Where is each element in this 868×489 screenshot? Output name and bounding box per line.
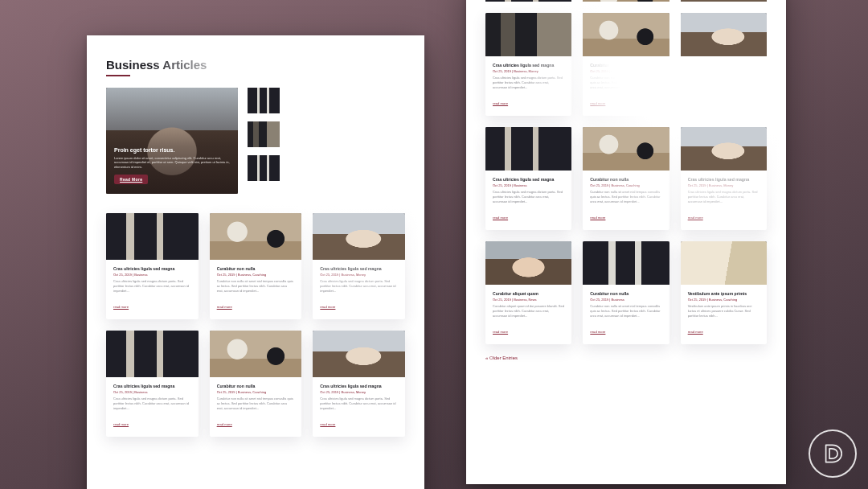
- card-excerpt: Curabitur non nulla sit amet nisl tempus…: [217, 397, 295, 411]
- read-more-link[interactable]: read more: [217, 305, 232, 309]
- card-meta: Oct 25, 2019 | Business, Coaching: [217, 390, 295, 394]
- card-meta: Oct 25, 2019 | Business, News: [493, 298, 564, 302]
- card-image: [485, 13, 571, 56]
- article-card[interactable]: Cras ultricies ligula sed magnaOct 25, 2…: [485, 127, 571, 230]
- top-cropped-row: [485, 0, 767, 2]
- card-body: Cras ultricies ligula sed magnaOct 25, 2…: [106, 260, 199, 319]
- side-meta-line: Oct 25, 2019 | Business, News: [286, 128, 405, 132]
- side-title: Cras ultricies ligula sed magna: [286, 155, 405, 160]
- read-more-link[interactable]: read more: [493, 216, 508, 220]
- read-more-link[interactable]: read more: [590, 101, 605, 105]
- page-title: Business Articles: [106, 58, 405, 72]
- article-card[interactable]: Curabitur non nullaOct 25, 2019 | Busine…: [583, 13, 669, 116]
- card-body: Cras ultricies ligula sed magnaOct 25, 2…: [313, 260, 405, 319]
- card-title: Curabitur non nulla: [590, 291, 661, 296]
- article-card[interactable]: Curabitur non nullaOct 25, 2019 | Busine…: [583, 127, 669, 230]
- card-meta: Oct 25, 2019 | Business, Coaching: [217, 273, 295, 277]
- card-excerpt: Cras ultricies ligula sed magna dictum p…: [320, 279, 398, 294]
- hero-description: Lorem ipsum dolor sit amet, consectetur …: [114, 156, 230, 170]
- side-thumb: [248, 155, 280, 181]
- title-underline: [106, 75, 130, 76]
- card-meta: Oct 25, 2019 | Business, Money: [320, 390, 398, 394]
- card-body: Cras ultricies ligula sed magnaOct 25, 2…: [485, 56, 571, 116]
- side-excerpt: Cras ultricies ligula sed magna dictum p…: [286, 100, 405, 109]
- card-excerpt: Cras ultricies ligula sed magna dictum p…: [113, 397, 191, 411]
- side-list-item[interactable]: Curabitur aliquet quamOct 25, 2019 | Bus…: [248, 121, 405, 147]
- card-image: [681, 127, 767, 171]
- card-title: Cras ultricies ligula sed magna: [320, 384, 398, 388]
- article-card[interactable]: Cras ultricies ligula sed magnaOct 25, 2…: [106, 331, 199, 437]
- side-meta-line: Oct 25, 2019 | Business, Money: [286, 162, 405, 166]
- article-card[interactable]: Curabitur non nullaOct 25, 2019 | Busine…: [583, 241, 669, 344]
- hero-overlay: Proin eget tortor risus. Lorem ipsum dol…: [106, 88, 238, 194]
- card-excerpt: Cras ultricies ligula sed magna dictum p…: [493, 190, 564, 204]
- side-title: Curabitur aliquet quam: [286, 121, 405, 126]
- card-excerpt: Curabitur non nulla sit amet nisl tempus…: [590, 304, 661, 318]
- article-card[interactable]: Cras ultricies ligula sed magnaOct 25, 2…: [313, 331, 405, 437]
- cropped-card-image: [681, 0, 767, 2]
- read-more-link[interactable]: read more: [493, 330, 508, 334]
- card-body: Cras ultricies ligula sed magnaOct 25, 2…: [106, 377, 199, 437]
- read-more-link[interactable]: read more: [590, 216, 605, 220]
- side-list: Cras ultricies ligula sed magnaOct 25, 2…: [248, 88, 405, 194]
- article-card[interactable]: Curabitur non nullaOct 25, 2019 | Busine…: [210, 331, 302, 437]
- side-thumb: [248, 88, 280, 113]
- read-more-link[interactable]: read more: [688, 216, 703, 220]
- older-entries-link[interactable]: « Older Entries: [485, 355, 767, 360]
- cropped-card-image: [485, 0, 571, 2]
- card-meta: Oct 25, 2019 | Business, Money: [688, 183, 760, 187]
- card-body: Curabitur non nullaOct 25, 2019 | Busine…: [583, 171, 669, 230]
- side-excerpt: Cras ultricies ligula sed magna dictum p…: [286, 167, 405, 177]
- side-thumb: [248, 121, 280, 147]
- read-more-link[interactable]: read more: [113, 422, 129, 426]
- card-image: [313, 213, 405, 260]
- card-title: Curabitur non nulla: [590, 63, 661, 68]
- card-meta: Oct 25, 2019 | Business: [493, 183, 564, 187]
- side-list-item[interactable]: Cras ultricies ligula sed magnaOct 25, 2…: [248, 155, 405, 181]
- side-excerpt: Curabitur aliquet quam id dui posuere bl…: [286, 134, 405, 143]
- divi-logo-badge: [809, 429, 857, 478]
- card-title: Vestibulum ante ipsum primis: [688, 291, 760, 296]
- card-excerpt: Curabitur aliquet quam id dui posuere bl…: [493, 304, 564, 318]
- read-more-link[interactable]: read more: [113, 305, 129, 309]
- card-body: Curabitur non nullaOct 25, 2019 | Busine…: [210, 377, 302, 437]
- card-body: Curabitur non nullaOct 25, 2019 | Busine…: [583, 56, 669, 116]
- read-more-link[interactable]: read more: [688, 330, 703, 334]
- card-image: [210, 331, 302, 377]
- article-card[interactable]: Cras ultricies ligula sed magnaOct 25, 2…: [313, 213, 405, 319]
- side-meta: Cras ultricies ligula sed magnaOct 25, 2…: [286, 155, 405, 181]
- left-grid: Cras ultricies ligula sed magnaOct 25, 2…: [106, 213, 405, 437]
- side-list-item[interactable]: Cras ultricies ligula sed magnaOct 25, 2…: [248, 88, 405, 113]
- card-meta: Oct 25, 2019 | Business, Coaching: [590, 69, 661, 73]
- card-title: Curabitur non nulla: [217, 266, 295, 271]
- card-image: [583, 13, 669, 56]
- read-more-link[interactable]: read more: [320, 422, 335, 426]
- article-card[interactable]: Cras ultricies ligula sed magnaOct 25, 2…: [681, 127, 767, 230]
- article-card[interactable]: Curabitur aliquet quamOct 25, 2019 | Bus…: [485, 241, 571, 344]
- read-more-link[interactable]: read more: [493, 101, 508, 105]
- article-card[interactable]: Vestibulum ante ipsum primisOct 25, 2019…: [681, 241, 767, 344]
- read-more-link[interactable]: read more: [688, 101, 703, 105]
- read-more-link[interactable]: read more: [320, 305, 335, 309]
- read-more-button[interactable]: Read More: [114, 175, 148, 184]
- card-title: Cras ultricies ligula sed magna: [493, 177, 564, 182]
- card-title: Curabitur non nulla: [217, 384, 295, 388]
- card-meta: Oct 25, 2019 | Business, Money: [688, 69, 760, 73]
- card-image: [681, 241, 767, 285]
- side-meta-line: Oct 25, 2019 | Business: [286, 94, 405, 98]
- featured-row: Proin eget tortor risus. Lorem ipsum dol…: [106, 88, 405, 194]
- article-card[interactable]: Curabitur non nullaOct 25, 2019 | Busine…: [210, 213, 302, 319]
- divi-logo-icon: [821, 442, 844, 465]
- card-title: Cras ultricies ligula sed magna: [113, 384, 191, 388]
- card-title: Cras ultricies ligula sed magna: [113, 266, 191, 271]
- card-title: Cras ultricies ligula sed magna: [688, 63, 760, 68]
- card-excerpt: Cras ultricies ligula sed magna dictum p…: [113, 279, 191, 294]
- article-card[interactable]: Cras ultricies ligula sed magnaOct 25, 2…: [681, 13, 767, 116]
- article-card[interactable]: Cras ultricies ligula sed magnaOct 25, 2…: [106, 213, 199, 319]
- read-more-link[interactable]: read more: [590, 330, 605, 334]
- card-image: [681, 13, 767, 56]
- article-card[interactable]: Cras ultricies ligula sed magnaOct 25, 2…: [485, 13, 571, 116]
- read-more-link[interactable]: read more: [217, 422, 232, 426]
- card-meta: Oct 25, 2019 | Business, Money: [320, 273, 398, 277]
- hero-card[interactable]: Proin eget tortor risus. Lorem ipsum dol…: [106, 88, 238, 194]
